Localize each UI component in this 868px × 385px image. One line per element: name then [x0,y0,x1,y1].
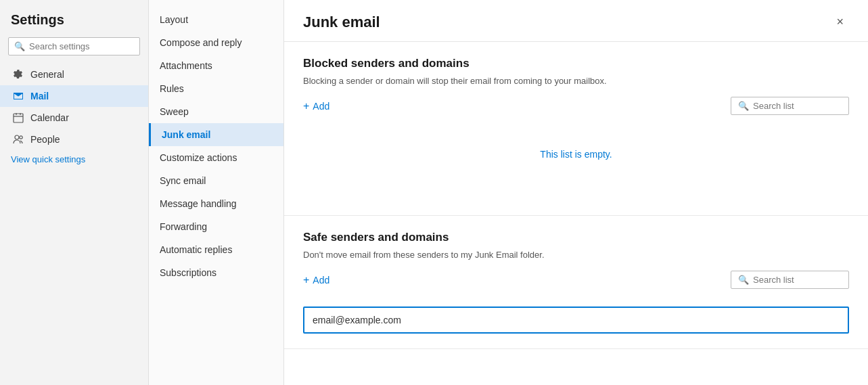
search-settings-icon: 🔍 [14,41,25,51]
svg-rect-0 [14,114,23,122]
plus-icon: + [303,100,309,112]
blocked-add-button[interactable]: + Add [303,100,329,112]
safe-senders-desc: Don't move email from these senders to m… [303,250,849,260]
blocked-search-icon: 🔍 [738,101,749,111]
mid-menu-item-sync-email[interactable]: Sync email [149,169,283,192]
mid-menu-item-attachments[interactable]: Attachments [149,54,283,77]
safe-add-label: Add [313,275,329,286]
mid-menu-item-message-handling[interactable]: Message handling [149,192,283,215]
blocked-empty-message: This list is empty. [303,122,849,200]
svg-point-4 [15,135,19,139]
search-settings-box[interactable]: 🔍 [8,37,140,55]
sidebar-item-mail[interactable]: Mail [0,85,148,107]
safe-senders-actions: + Add 🔍 [303,271,849,289]
mid-menu-item-layout[interactable]: Layout [149,8,283,31]
main-content: Junk email × Blocked senders and domains… [284,0,868,385]
plus-icon-safe: + [303,274,309,286]
safe-email-input[interactable] [303,307,849,334]
safe-senders-title: Safe senders and domains [303,231,849,244]
sidebar-item-mail-label: Mail [30,91,49,101]
settings-title: Settings [0,8,148,37]
sidebar-item-calendar[interactable]: Calendar [0,107,148,129]
close-button[interactable]: × [831,12,849,32]
mid-menu-item-forwarding[interactable]: Forwarding [149,215,283,238]
search-settings-input[interactable] [29,41,134,51]
main-header: Junk email × [284,0,868,42]
mid-menu-item-automatic-replies[interactable]: Automatic replies [149,238,283,261]
mid-menu-item-sweep[interactable]: Sweep [149,100,283,123]
mail-icon [13,91,24,101]
safe-search-input[interactable] [753,275,842,285]
sidebar-item-general-label: General [30,69,64,80]
gear-icon [13,69,24,80]
safe-search-list-box[interactable]: 🔍 [731,271,849,289]
safe-senders-section: Safe senders and domains Don't move emai… [284,216,868,349]
calendar-icon [13,112,24,123]
sidebar-item-general[interactable]: General [0,64,148,85]
mid-menu-item-junk-email[interactable]: Junk email [149,123,283,146]
view-quick-settings-link[interactable]: View quick settings [0,150,148,168]
svg-point-5 [20,136,22,139]
blocked-senders-desc: Blocking a sender or domain will stop th… [303,76,849,86]
blocked-senders-actions: + Add 🔍 [303,97,849,115]
mid-menu-item-compose-reply[interactable]: Compose and reply [149,31,283,54]
mid-menu-item-subscriptions[interactable]: Subscriptions [149,261,283,284]
main-body: Blocked senders and domains Blocking a s… [284,42,868,349]
sidebar-item-people[interactable]: People [0,129,148,150]
people-icon [13,134,24,145]
blocked-senders-section: Blocked senders and domains Blocking a s… [284,42,868,216]
blocked-search-list-box[interactable]: 🔍 [731,97,849,115]
safe-search-icon: 🔍 [738,275,749,285]
sidebar: Settings 🔍 General Mail [0,0,149,385]
mid-menu-item-customize-actions[interactable]: Customize actions [149,146,283,169]
page-title: Junk email [303,14,380,31]
blocked-senders-title: Blocked senders and domains [303,57,849,70]
mid-menu: Layout Compose and reply Attachments Rul… [149,0,284,385]
safe-add-button[interactable]: + Add [303,274,329,286]
mid-menu-item-rules[interactable]: Rules [149,77,283,100]
blocked-add-label: Add [313,101,329,112]
sidebar-item-calendar-label: Calendar [30,112,69,123]
sidebar-item-people-label: People [30,134,60,145]
blocked-search-input[interactable] [753,101,842,111]
